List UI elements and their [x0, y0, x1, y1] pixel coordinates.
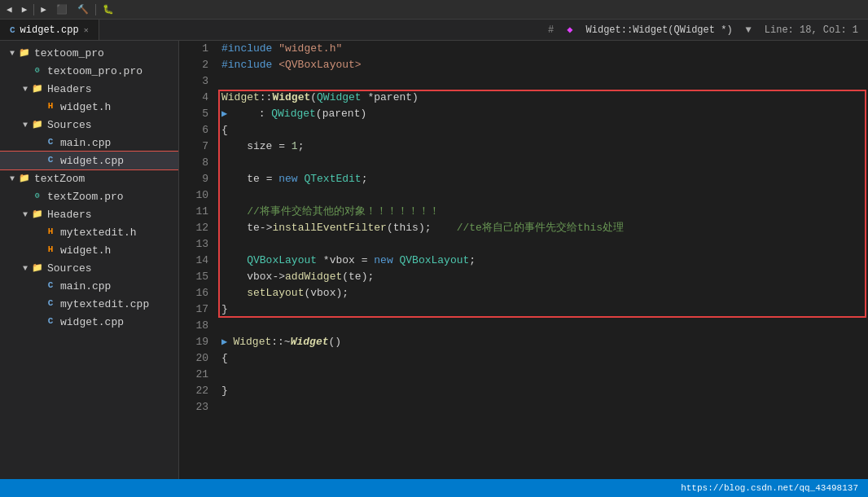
sidebar-label-sources-2: Sources [47, 262, 92, 275]
toolbar: ◀ ▶ ▶ ⬛ 🔨 🐛 [0, 0, 868, 20]
paren-15: (te); [342, 269, 374, 285]
code-line-21[interactable] [218, 367, 868, 383]
ln-18: 18 [186, 318, 208, 334]
func-widget-1: Widget [272, 90, 310, 106]
chevron-sources-1: ▼ [20, 121, 31, 130]
code-editor[interactable]: 1 2 3 4 5 6 7 8 9 10 11 12 13 14 15 16 1… [179, 41, 868, 479]
sidebar-label-widget-cpp-2: widget.cpp [60, 316, 124, 328]
sidebar-item-mytextedit-h[interactable]: H mytextedit.h [0, 223, 178, 241]
sidebar-item-widget-cpp-1[interactable]: C widget.cpp [0, 152, 178, 169]
type-qtextedit: QTextEdit [304, 171, 361, 187]
sidebar-item-sources-2[interactable]: ▼ 📁 Sources [0, 259, 178, 277]
ln-10: 10 [186, 187, 208, 204]
code-line-3[interactable] [218, 73, 868, 90]
str-qvbox: <QVBoxLayout> [278, 57, 361, 73]
comment-11: //将事件交给其他的对象！！！！！！！ [247, 204, 440, 220]
code-line-7[interactable]: size = 1; [218, 139, 868, 155]
chevron-headers-2: ▼ [20, 210, 31, 219]
line-numbers: 1 2 3 4 5 6 7 8 9 10 11 12 13 14 15 16 1… [179, 41, 218, 479]
code-line-20[interactable]: { [218, 350, 868, 367]
toolbar-back[interactable]: ◀ [3, 3, 15, 15]
code-line-6[interactable]: { [218, 122, 868, 139]
brace-open-20: { [221, 350, 228, 367]
ln-16: 16 [186, 285, 208, 301]
code-line-23[interactable] [218, 399, 868, 416]
ln-19: 19 [186, 334, 208, 350]
tab-location-icon: ◆ [567, 24, 572, 36]
code-line-8[interactable] [218, 155, 868, 171]
code-line-22[interactable]: } [218, 383, 868, 399]
sidebar-item-textoom-pro[interactable]: ▼ 📁 textoom_pro [0, 44, 178, 62]
ln-22: 22 [186, 383, 208, 399]
toolbar-stop[interactable]: ⬛ [53, 3, 71, 15]
code-line-9[interactable]: te = new QTextEdit; [218, 171, 868, 187]
sidebar-item-headers-2[interactable]: ▼ 📁 Headers [0, 205, 178, 223]
semi-9: ; [362, 171, 368, 187]
sidebar-item-textzoom[interactable]: ▼ 📁 textZoom [0, 169, 178, 187]
sidebar-item-textoom-pro-pro[interactable]: ⚙ textoom_pro.pro [0, 62, 178, 80]
code-line-5[interactable]: ▶ : QWidget(parent) [218, 106, 868, 122]
indent-11 [221, 204, 247, 220]
sidebar-item-main-cpp-2[interactable]: C main.cpp [0, 277, 178, 295]
ln-23: 23 [186, 399, 208, 416]
code-line-13[interactable] [218, 236, 868, 253]
ln-1: 1 [186, 41, 208, 57]
ln-15: 15 [186, 269, 208, 285]
tab-close-button[interactable]: ✕ [84, 25, 89, 35]
ln-3: 3 [186, 73, 208, 90]
code-line-11[interactable]: //将事件交给其他的对象！！！！！！！ [218, 204, 868, 220]
brace-close-22: } [221, 383, 228, 399]
toolbar-debug[interactable]: 🐛 [99, 3, 117, 15]
indent-14 [221, 253, 247, 269]
indent-5: : [233, 106, 271, 122]
sidebar-item-mytextedit-cpp[interactable]: C mytextedit.cpp [0, 295, 178, 313]
kw-include-1: #include [221, 41, 278, 57]
size-var: size [247, 139, 278, 155]
chevron-textzoom: ▼ [7, 174, 18, 183]
ln-6: 6 [186, 122, 208, 139]
sidebar-label-textzoom: textZoom [34, 173, 85, 185]
ptr-1: * [362, 90, 375, 106]
code-line-15[interactable]: vbox->addWidget(te); [218, 269, 868, 285]
te-var-1: te [247, 171, 265, 187]
sidebar-label-textoom-pro: textoom_pro [34, 47, 104, 59]
code-line-1[interactable]: #include "widget.h" [218, 41, 868, 57]
sidebar-item-sources-1[interactable]: ▼ 📁 Sources [0, 116, 178, 134]
ln-2: 2 [186, 57, 208, 73]
toolbar-run[interactable]: ▶ [37, 3, 50, 15]
code-line-12[interactable]: te->installEventFilter(this); //te将自己的事件… [218, 220, 868, 236]
code-line-16[interactable]: setLayout(vbox); [218, 285, 868, 301]
brace-close-17: } [221, 301, 228, 318]
indent-15 [221, 269, 247, 285]
toolbar-forward[interactable]: ▶ [19, 3, 31, 15]
code-line-19[interactable]: ▶ Widget::~Widget() [218, 334, 868, 350]
ln-12: 12 [186, 220, 208, 236]
code-line-14[interactable]: QVBoxLayout *vbox = new QVBoxLayout; [218, 253, 868, 269]
main-layout: ▼ 📁 textoom_pro ⚙ textoom_pro.pro ▼ 📁 He… [0, 41, 868, 479]
sidebar-item-textzoom-pro[interactable]: ⚙ textZoom.pro [0, 187, 178, 205]
tab-dropdown-icon[interactable]: ▼ [746, 24, 752, 36]
tab-hash: # [548, 24, 554, 36]
sidebar-item-main-cpp-1[interactable]: C main.cpp [0, 134, 178, 152]
semi-14: ; [469, 253, 476, 269]
toolbar-build[interactable]: 🔨 [74, 3, 92, 15]
folder-icon-headers-1: 📁 [31, 83, 44, 95]
ln-17: 17 [186, 301, 208, 318]
icon-h-3: H [44, 244, 57, 256]
sidebar-item-widget-h-2[interactable]: H widget.h [0, 241, 178, 259]
code-line-2[interactable]: #include <QVBoxLayout> [218, 57, 868, 73]
sidebar-item-widget-h-1[interactable]: H widget.h [0, 98, 178, 116]
sidebar-label-widget-h-2: widget.h [60, 244, 111, 257]
code-line-18[interactable] [218, 318, 868, 334]
icon-cpp-5: C [44, 316, 57, 328]
sidebar-item-headers-1[interactable]: ▼ 📁 Headers [0, 80, 178, 98]
code-line-4[interactable]: Widget::Widget(QWidget *parent) [218, 90, 868, 106]
comment-12: //te将自己的事件先交给this处理 [457, 220, 624, 236]
code-line-17[interactable]: } [218, 301, 868, 318]
tab-widget-cpp[interactable]: C widget.cpp ✕ [0, 20, 99, 40]
eq-9: = [266, 171, 279, 187]
code-line-10[interactable] [218, 187, 868, 204]
sidebar-item-widget-cpp-2[interactable]: C widget.cpp [0, 313, 178, 331]
cls-widget-2: Widget [233, 334, 271, 350]
ln-5: 5 [186, 106, 208, 122]
